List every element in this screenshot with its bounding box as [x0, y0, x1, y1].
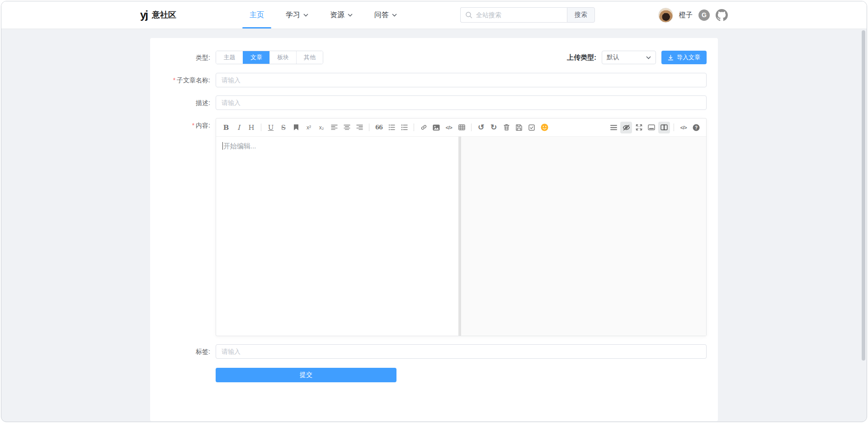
- align-center-icon[interactable]: [341, 122, 353, 133]
- user-cluster: 橙子 G: [658, 8, 728, 23]
- avatar[interactable]: [658, 8, 673, 23]
- fullscreen-icon[interactable]: [633, 122, 645, 133]
- align-left-icon[interactable]: [328, 122, 340, 133]
- bold-icon[interactable]: B: [220, 122, 232, 133]
- import-article-button[interactable]: 导入文章: [661, 51, 707, 64]
- code-icon[interactable]: </>: [443, 122, 455, 133]
- heading-icon[interactable]: H: [245, 122, 257, 133]
- toolbar-divider: [471, 124, 472, 131]
- svg-text:?: ?: [695, 125, 698, 130]
- toolbar-divider: [369, 124, 369, 131]
- sub-article-name-input[interactable]: [216, 73, 707, 87]
- editor-preview-pane: [461, 137, 706, 336]
- save-icon[interactable]: [513, 122, 525, 133]
- superscript-icon[interactable]: x²: [303, 122, 315, 133]
- bookmark-icon[interactable]: [290, 122, 302, 133]
- submit-button[interactable]: 提交: [216, 368, 396, 382]
- article-form-card: 类型: 主题 文章 板块 其他 上传类型: 默认: [150, 38, 718, 421]
- single-preview-icon[interactable]: [646, 122, 657, 133]
- type-option-topic[interactable]: 主题: [216, 51, 243, 64]
- toolbar-divider: [261, 124, 261, 131]
- trash-icon[interactable]: [500, 122, 512, 133]
- nav-item-home[interactable]: 主页: [242, 1, 271, 29]
- site-logo[interactable]: yj 意社区: [140, 10, 176, 20]
- link-icon[interactable]: [418, 122, 429, 133]
- underline-icon[interactable]: U: [265, 122, 277, 133]
- description-input[interactable]: [216, 95, 707, 110]
- site-title: 意社区: [152, 10, 176, 20]
- nav-item-resources[interactable]: 资源: [323, 1, 360, 29]
- nav-label: 学习: [286, 10, 300, 20]
- type-label: 类型:: [150, 50, 216, 65]
- github-icon[interactable]: [716, 9, 728, 21]
- toc-icon[interactable]: [608, 122, 619, 133]
- image-icon[interactable]: [430, 122, 442, 133]
- main-nav: 主页 学习 资源 问答: [239, 1, 408, 29]
- gitee-icon[interactable]: G: [698, 10, 710, 21]
- italic-icon[interactable]: I: [233, 122, 245, 133]
- description-label: 描述:: [150, 95, 216, 110]
- check-square-icon[interactable]: [526, 122, 538, 133]
- content-label: *内容:: [150, 118, 216, 336]
- required-mark: *: [173, 76, 175, 84]
- username[interactable]: 橙子: [679, 11, 693, 19]
- chevron-down-icon: [303, 14, 308, 17]
- tags-label: 标签:: [150, 344, 216, 359]
- toolbar-divider: [674, 124, 674, 131]
- search-icon: [465, 11, 472, 19]
- import-button-label: 导入文章: [677, 53, 700, 62]
- strikethrough-icon[interactable]: S: [278, 122, 289, 133]
- html-code-icon[interactable]: </>: [678, 122, 689, 133]
- split-view-icon[interactable]: [658, 122, 670, 133]
- download-icon: [668, 55, 674, 61]
- type-segmented-control: 主题 文章 板块 其他: [216, 51, 323, 64]
- quote-icon[interactable]: 66: [373, 122, 385, 133]
- chevron-down-icon: [348, 14, 353, 17]
- nav-label: 主页: [250, 10, 264, 20]
- editor-toolbar: B I H U S x² x₂: [216, 119, 706, 137]
- nav-item-learn[interactable]: 学习: [278, 1, 316, 29]
- nav-label: 资源: [330, 10, 344, 20]
- type-option-other[interactable]: 其他: [296, 51, 323, 64]
- scrollbar-thumb[interactable]: [862, 30, 865, 361]
- table-icon[interactable]: [456, 122, 467, 133]
- unordered-list-icon[interactable]: [398, 122, 410, 133]
- tags-input[interactable]: [216, 344, 707, 359]
- markdown-editor: B I H U S x² x₂: [216, 118, 707, 336]
- toolbar-divider: [414, 124, 414, 131]
- search-input[interactable]: [460, 7, 567, 23]
- editor-view-controls: </> ?: [607, 122, 703, 133]
- upload-type-label: 上传类型:: [567, 53, 596, 62]
- emoji-icon[interactable]: [538, 122, 550, 133]
- chevron-down-icon: [646, 56, 651, 59]
- search-button[interactable]: 搜索: [567, 7, 595, 23]
- logo-icon: yj: [140, 10, 147, 20]
- required-mark: *: [192, 122, 194, 129]
- undo-icon[interactable]: ↺: [475, 122, 487, 133]
- preview-toggle-icon[interactable]: [620, 122, 632, 133]
- type-option-board[interactable]: 板块: [269, 51, 296, 64]
- type-option-article[interactable]: 文章: [243, 51, 269, 64]
- app-window: yj 意社区 主页 学习 资源 问答: [1, 1, 867, 422]
- text-caret: [222, 142, 223, 150]
- nav-item-qa[interactable]: 问答: [367, 1, 404, 29]
- nav-label: 问答: [374, 10, 389, 20]
- upload-type-select[interactable]: 默认: [602, 51, 656, 64]
- page-body: 类型: 主题 文章 板块 其他 上传类型: 默认: [1, 38, 867, 422]
- chevron-down-icon: [392, 14, 397, 17]
- ordered-list-icon[interactable]: [386, 122, 397, 133]
- editor-input-pane[interactable]: 开始编辑...: [216, 137, 458, 336]
- editor-placeholder: 开始编辑...: [223, 142, 256, 150]
- select-value: 默认: [607, 53, 619, 62]
- global-search: 搜索: [460, 7, 595, 23]
- subscript-icon[interactable]: x₂: [316, 122, 327, 133]
- top-navbar: yj 意社区 主页 学习 资源 问答: [1, 1, 867, 29]
- redo-icon[interactable]: ↻: [488, 122, 500, 133]
- help-icon[interactable]: ?: [690, 122, 702, 133]
- align-right-icon[interactable]: [354, 122, 365, 133]
- name-label: *子文章名称:: [150, 73, 216, 87]
